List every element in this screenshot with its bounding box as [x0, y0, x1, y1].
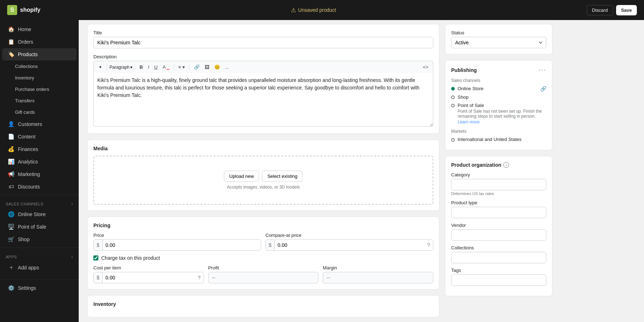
expand-apps-icon[interactable]: ›	[72, 254, 73, 259]
cost-help-icon[interactable]: ?	[195, 275, 204, 280]
tags-field: Tags	[451, 268, 546, 286]
channel-dot-shop	[451, 96, 455, 99]
cost-prefix: $	[94, 272, 103, 283]
underline-button[interactable]: U	[152, 63, 159, 71]
code-button[interactable]: <>	[421, 63, 430, 71]
status-card: Status Active Draft Archived	[445, 24, 552, 54]
sidebar-item-gift-cards[interactable]: Gift cards	[2, 107, 77, 118]
image-button[interactable]: 🖼	[203, 63, 211, 71]
channel-dot-online	[451, 87, 455, 91]
status-label: Status	[451, 30, 546, 35]
products-icon: 🏷️	[8, 51, 14, 58]
sidebar-item-label: Customers	[18, 121, 42, 127]
upload-new-button[interactable]: Upload new	[224, 171, 259, 182]
sidebar-item-marketing[interactable]: 📢 Marketing	[2, 168, 77, 180]
pricing-title: Pricing	[93, 223, 433, 228]
save-button[interactable]: Save	[616, 5, 637, 15]
emoji-button[interactable]: 😊	[213, 63, 222, 71]
analytics-icon: 📊	[8, 158, 14, 165]
logo-text: shopify	[20, 7, 40, 13]
channel-name-pos: Point of Sale	[458, 103, 546, 108]
sidebar-item-purchase-orders[interactable]: Purchase orders	[2, 84, 77, 95]
title-label: Title	[93, 30, 433, 35]
sidebar-item-label: Transfers	[15, 98, 34, 103]
pos-learn-more-link[interactable]: Learn more	[458, 119, 479, 125]
sidebar-item-discounts[interactable]: 🏷 Discounts	[2, 181, 77, 192]
collections-input[interactable]	[451, 252, 546, 263]
sidebar-divider-3	[0, 279, 79, 280]
category-field: Category Determines US tax rates	[451, 172, 546, 196]
toolbar-separator-3	[174, 64, 174, 70]
sidebar-item-point-of-sale[interactable]: 🖥️ Point of Sale	[2, 221, 77, 233]
sidebar-item-transfers[interactable]: Transfers	[2, 95, 77, 106]
media-hint: Accepts images, videos, or 3D models	[101, 185, 425, 190]
description-textarea[interactable]	[93, 73, 433, 127]
cost-per-item-label: Cost per item	[93, 265, 204, 270]
compare-price-label: Compare-at price	[265, 233, 433, 238]
vendor-input[interactable]	[451, 229, 546, 241]
toolbar-separator	[107, 64, 107, 70]
media-title: Media	[93, 146, 433, 151]
cost-input[interactable]	[103, 272, 195, 283]
sidebar-divider-2	[0, 248, 79, 248]
channel-info-online: Online Store	[458, 86, 483, 91]
sidebar-item-home[interactable]: 🏠 Home	[2, 23, 77, 35]
align-button[interactable]: ≡ ▾	[176, 63, 186, 71]
channel-online-store: Online Store 🔗	[451, 86, 546, 92]
shop-icon: 🛒	[8, 236, 14, 243]
sidebar-item-label: Home	[18, 26, 31, 32]
expand-icon[interactable]: ›	[72, 201, 73, 206]
prod-org-info-icon[interactable]: i	[503, 162, 509, 168]
italic-button[interactable]: I	[146, 63, 151, 71]
home-icon: 🏠	[8, 26, 14, 33]
toolbar-format-button[interactable]: ✦	[97, 63, 104, 71]
paragraph-dropdown[interactable]: Paragraph ▾	[109, 65, 132, 70]
more-button[interactable]: ...	[223, 63, 231, 71]
channel-info-pos: Point of Sale Point of Sale has not been…	[458, 103, 546, 125]
sidebar-item-label: Point of Sale	[18, 224, 46, 230]
color-button[interactable]: A _	[161, 63, 171, 71]
sidebar-item-label: Purchase orders	[15, 87, 49, 92]
sidebar-item-orders[interactable]: 📋 Orders	[2, 36, 77, 48]
publishing-header: Publishing ···	[451, 66, 546, 74]
status-select[interactable]: Active Draft Archived	[451, 37, 546, 48]
publishing-more-button[interactable]: ···	[539, 66, 546, 74]
product-type-input[interactable]	[451, 207, 546, 218]
product-type-label: Product type	[451, 200, 546, 205]
sidebar-item-settings[interactable]: ⚙️ Settings	[2, 282, 77, 294]
marketing-icon: 📢	[8, 171, 14, 177]
category-input[interactable]	[451, 179, 546, 190]
charge-tax-label[interactable]: Charge tax on this product	[101, 255, 160, 261]
title-input[interactable]	[93, 37, 433, 48]
sidebar-item-shop[interactable]: 🛒 Shop	[2, 233, 77, 245]
sidebar-item-inventory[interactable]: Inventory	[2, 72, 77, 83]
sidebar-item-customers[interactable]: 👤 Customers	[2, 118, 77, 130]
tags-input[interactable]	[451, 274, 546, 286]
sidebar-item-label: Online Store	[18, 211, 46, 217]
link-button[interactable]: 🔗	[192, 63, 201, 71]
sidebar-item-analytics[interactable]: 📊 Analytics	[2, 156, 77, 168]
sidebar-item-label: Discounts	[18, 184, 40, 190]
sidebar-item-label: Settings	[18, 285, 36, 291]
sidebar-item-add-apps[interactable]: ＋ Add apps	[2, 261, 77, 274]
price-input[interactable]	[103, 240, 261, 250]
profit-field: Profit	[208, 265, 319, 283]
charge-tax-checkbox[interactable]	[93, 255, 98, 260]
copy-link-icon[interactable]: 🔗	[540, 86, 546, 92]
compare-help-icon[interactable]: ?	[424, 242, 433, 248]
bold-button[interactable]: B	[138, 63, 145, 71]
left-column: Title Description ✦ Paragraph ▾ B I U A	[87, 24, 439, 322]
discard-button[interactable]: Discard	[587, 5, 613, 15]
channel-name-online: Online Store	[458, 86, 483, 91]
sidebar-item-label: Collections	[15, 64, 38, 69]
sidebar-item-products[interactable]: 🏷️ Products	[2, 48, 77, 60]
sidebar-item-finances[interactable]: 💰 Finances	[2, 143, 77, 155]
vendor-field: Vendor	[451, 223, 546, 241]
tags-label: Tags	[451, 268, 546, 273]
sidebar-item-collections[interactable]: Collections	[2, 61, 77, 72]
sidebar-item-online-store[interactable]: 🌐 Online Store	[2, 208, 77, 220]
sidebar-item-content[interactable]: 📄 Content	[2, 131, 77, 143]
compare-price-input[interactable]	[275, 240, 424, 250]
select-existing-button[interactable]: Select existing	[262, 171, 303, 182]
sidebar-item-label: Analytics	[18, 159, 38, 165]
